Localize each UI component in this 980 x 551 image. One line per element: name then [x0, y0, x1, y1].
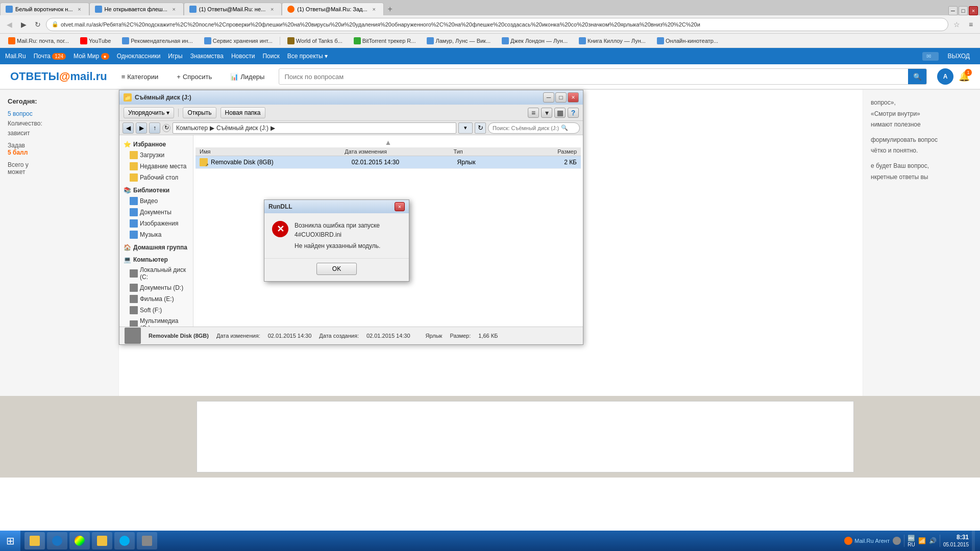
fe-minimize-button[interactable]: ─: [543, 92, 554, 103]
tab-2-close[interactable]: ×: [170, 5, 178, 13]
bookmark-rec[interactable]: Рекомендательная ин...: [118, 36, 197, 45]
bookmark-torrent[interactable]: BitTorrent трекер R...: [350, 36, 420, 45]
fe-properties-button[interactable]: ▦: [554, 108, 566, 118]
fe-sidebar-music[interactable]: Музыка: [119, 229, 193, 240]
mailru-all[interactable]: Все проекты ▾: [287, 53, 328, 60]
taskbar-explorer[interactable]: [24, 532, 45, 549]
volume-tray-icon[interactable]: 🔊: [929, 537, 937, 544]
qa-notifications[interactable]: 🔔 1: [959, 71, 970, 82]
taskbar-chrome[interactable]: [69, 532, 90, 549]
address-bar[interactable]: 🔒 otvet.mail.ru/ask/Ребята%2С%20подскажи…: [46, 18, 948, 31]
keyboard-layout-indicator[interactable]: 🔤 RU: [908, 535, 915, 547]
fe-organize-button[interactable]: Упорядочить ▾: [124, 107, 174, 118]
mailru-ok[interactable]: Одноклассники: [117, 53, 161, 60]
mailru-search[interactable]: Поиск: [262, 53, 279, 60]
fe-computer-header[interactable]: 💻 Компьютер: [119, 255, 193, 265]
fe-close-button[interactable]: ×: [568, 92, 579, 103]
network-tray-icon[interactable]: 📶: [918, 537, 926, 544]
fe-sidebar-images[interactable]: Изображения: [119, 218, 193, 229]
fe-sidebar-d-drive[interactable]: Документы (D:): [119, 282, 193, 293]
mailru-mail-link[interactable]: Почта 124: [34, 53, 66, 60]
bc-drive[interactable]: Съёмный диск (J:): [216, 124, 268, 132]
bookmark-star[interactable]: ☆: [950, 18, 963, 31]
menu-button[interactable]: ≡: [965, 18, 977, 31]
fe-file-row[interactable]: Removable Disk (8GB) 02.01.2015 14:30 Яр…: [195, 156, 581, 169]
fe-recent-button[interactable]: ↻: [162, 124, 170, 132]
bc-computer[interactable]: Компьютер: [176, 124, 208, 132]
fe-sidebar-docs[interactable]: Документы: [119, 207, 193, 218]
tab-3-close[interactable]: ×: [268, 5, 276, 13]
reload-button[interactable]: ↻: [32, 18, 44, 31]
tab-4[interactable]: (1) Ответы@Mail.Ru: Зад... ×: [282, 3, 383, 15]
mailru-dating[interactable]: Знакомства: [190, 53, 224, 60]
taskbar-skype[interactable]: [114, 532, 135, 549]
fe-sidebar-g-drive[interactable]: Мультимедиа (G:): [119, 316, 193, 327]
bookmark-cinema[interactable]: Онлайн-кинотеатр...: [653, 36, 722, 45]
forward-button[interactable]: ▶: [17, 18, 30, 31]
bookmark-wot[interactable]: World of Tanks б...: [283, 36, 347, 45]
taskbar-mediaplayer[interactable]: [47, 532, 67, 549]
rundll-ok-button[interactable]: OK: [316, 263, 357, 275]
fe-favorites-header[interactable]: ⭐ Избранное: [119, 139, 193, 149]
bookmark-lamour[interactable]: Ламур, Лунс — Вик...: [423, 36, 495, 45]
fe-breadcrumb[interactable]: Компьютер ▶ Съёмный диск (J:) ▶: [173, 122, 456, 134]
fe-up-button[interactable]: ↑: [149, 122, 160, 134]
bookmark-london[interactable]: Джек Лондон — Лун...: [498, 36, 572, 45]
fe-libraries-header[interactable]: 📚 Библиотеки: [119, 185, 193, 195]
minimize-window-button[interactable]: ─: [948, 6, 958, 15]
tab-4-close[interactable]: ×: [370, 5, 378, 13]
fe-sidebar-recent[interactable]: Недавние места: [119, 161, 193, 172]
fe-maximize-button[interactable]: □: [555, 92, 567, 103]
bookmark-killoу[interactable]: Книга Киллоу — Лун...: [575, 36, 650, 45]
fe-sidebar-downloads[interactable]: Загрузки: [119, 149, 193, 161]
start-button[interactable]: ⊞: [0, 531, 20, 551]
taskbar-clock[interactable]: 8:31 05.01.2015: [943, 533, 969, 549]
qa-user-avatar[interactable]: А: [937, 68, 953, 85]
mailru-link[interactable]: Mail.Ru: [5, 53, 26, 60]
tab-1-close[interactable]: ×: [76, 5, 84, 13]
qa-nav-ask[interactable]: + Спросить: [173, 70, 216, 83]
mailru-news[interactable]: Новости: [231, 53, 255, 60]
col-header-size[interactable]: Размер: [526, 148, 577, 155]
fe-refresh-button[interactable]: ↻: [475, 122, 486, 134]
fe-sidebar-video[interactable]: Видео: [119, 195, 193, 207]
bookmark-service[interactable]: Сервис хранения инт...: [200, 36, 277, 45]
fe-sidebar-e-drive[interactable]: Фильма (E:): [119, 293, 193, 305]
qa-search-input[interactable]: [279, 73, 908, 81]
new-tab-button[interactable]: +: [384, 3, 397, 15]
tab-2[interactable]: Не открывается флеш... ×: [89, 3, 184, 15]
qa-nav-leaders[interactable]: 📊 Лидеры: [226, 70, 268, 83]
fe-search-box[interactable]: 🔍: [488, 122, 580, 134]
fe-sidebar-f-drive[interactable]: Soft (F:): [119, 305, 193, 316]
show-desktop-button[interactable]: [972, 531, 975, 551]
rundll-close-button[interactable]: ×: [395, 202, 405, 211]
qa-nav-categories[interactable]: ≡ Категории: [117, 70, 163, 83]
taskbar-usb[interactable]: [137, 532, 157, 549]
fe-browse-button[interactable]: ▾: [458, 122, 473, 134]
fe-homegroup-header[interactable]: 🏠 Домашняя группа: [119, 242, 193, 253]
bookmark-mail[interactable]: Mail.Ru: почта, пог...: [4, 36, 73, 45]
qa-search-button[interactable]: 🔍: [908, 68, 926, 85]
phone-tray-icon[interactable]: [893, 537, 901, 545]
col-header-date[interactable]: Дата изменения: [345, 148, 453, 155]
mailru-moi-mir[interactable]: Мой Мир ●: [74, 53, 109, 60]
fe-forward-button[interactable]: ▶: [136, 122, 147, 134]
tab-1[interactable]: Белый воротничок н... ×: [0, 3, 89, 15]
fe-help-button[interactable]: ?: [568, 108, 579, 118]
fe-back-button[interactable]: ◀: [122, 122, 134, 134]
tab-3[interactable]: (1) Ответы@Mail.Ru: не... ×: [184, 3, 282, 15]
mailru-agent-tray[interactable]: Mail.Ru Агент: [844, 537, 890, 545]
back-button[interactable]: ◀: [3, 18, 15, 31]
bookmark-youtube[interactable]: YouTube: [76, 36, 115, 45]
taskbar-explorer2[interactable]: [92, 532, 112, 549]
mailru-games[interactable]: Игры: [168, 53, 182, 60]
fe-view-details-button[interactable]: ▾: [541, 108, 552, 118]
close-window-button[interactable]: ×: [969, 6, 978, 15]
fe-view-list-button[interactable]: ≡: [528, 108, 539, 118]
maximize-window-button[interactable]: □: [959, 6, 968, 15]
fe-sidebar-desktop[interactable]: Рабочий стол: [119, 172, 193, 183]
col-header-type[interactable]: Тип: [453, 148, 526, 155]
signout-link[interactable]: ВЫХОД: [943, 48, 975, 64]
fe-open-button[interactable]: Открыть: [183, 107, 216, 118]
fe-search-input[interactable]: [493, 125, 559, 131]
